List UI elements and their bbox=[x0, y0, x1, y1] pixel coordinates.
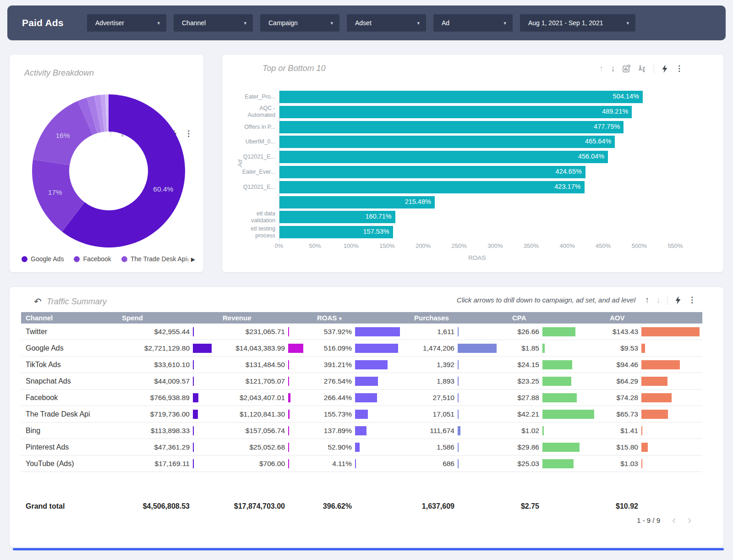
col-header-channel[interactable]: Channel bbox=[21, 314, 108, 322]
table-row[interactable]: Bing$113,898.33$157,056.74137.89%111,674… bbox=[21, 423, 702, 439]
revenue-bar-track bbox=[287, 360, 317, 369]
roas-bar-track bbox=[354, 459, 400, 468]
cell-roas: 4.11% bbox=[317, 460, 354, 468]
table-row[interactable]: Twitter$42,955.44$231,065.71537.92%1,611… bbox=[21, 324, 702, 340]
aov-bar bbox=[641, 360, 680, 369]
cpa-bar-track bbox=[541, 344, 594, 353]
cell-purchases: 686 bbox=[400, 460, 456, 468]
legend-dot-icon bbox=[74, 256, 80, 262]
cell-revenue: $2,043,407.01 bbox=[223, 394, 287, 402]
grand-total-aov: $10.92 bbox=[594, 502, 640, 511]
legend-next-icon[interactable]: ▶ bbox=[191, 256, 195, 263]
roas-bar[interactable]: 477.75% bbox=[279, 121, 624, 133]
bar-category-label: Eater_Pro... bbox=[224, 93, 275, 100]
cpa-bar-track bbox=[541, 459, 594, 468]
legend-item[interactable]: Facebook bbox=[74, 255, 111, 263]
chevron-down-icon: ▾ bbox=[417, 20, 420, 26]
date-range-picker[interactable]: Aug 1, 2021 - Sep 1, 2021▾ bbox=[520, 14, 635, 32]
arrow-down-icon[interactable]: ↓ bbox=[656, 296, 661, 305]
table-row[interactable]: Google Ads$2,721,129.80$14,043,383.99516… bbox=[21, 340, 702, 357]
horizontal-scrollbar[interactable] bbox=[13, 548, 724, 550]
cell-revenue: $157,056.74 bbox=[223, 427, 287, 435]
legend-item[interactable]: Google Ads bbox=[22, 255, 64, 263]
table-row[interactable]: Snapchat Ads$44,009.57$121,705.07276.54%… bbox=[21, 373, 702, 390]
grand-total-cpa: $2.75 bbox=[498, 502, 541, 511]
table-row[interactable]: YouTube (Ads)$17,169.11$706.004.11%686$2… bbox=[21, 456, 702, 472]
roas-bar[interactable]: 157.53% bbox=[279, 226, 393, 238]
kebab-menu-icon[interactable]: ⋮ bbox=[688, 295, 696, 305]
col-header-revenue[interactable]: Revenue bbox=[223, 314, 317, 322]
filter-adset[interactable]: Adset▾ bbox=[347, 14, 426, 32]
lightning-icon[interactable] bbox=[675, 296, 681, 304]
page-prev-icon[interactable]: ‹ bbox=[672, 515, 676, 525]
col-header-aov[interactable]: AOV bbox=[594, 314, 702, 322]
purchases-bar bbox=[458, 410, 459, 419]
x-axis-tick: 0% bbox=[265, 242, 293, 249]
col-header-cpa[interactable]: CPA bbox=[498, 314, 594, 322]
table-row[interactable]: TikTok Ads$33,610.10$131,484.50391.21%1,… bbox=[21, 357, 702, 373]
aov-bar bbox=[641, 426, 642, 435]
cell-spend: $44,009.57 bbox=[108, 377, 191, 385]
arrow-up-icon[interactable]: ↑ bbox=[645, 296, 650, 305]
top-or-bottom-10-card: Top or Bottom 10 ↑ ↓ AZ ⋮ Ad Eater_Pro..… bbox=[222, 54, 724, 273]
cell-spend: $47,361.29 bbox=[108, 443, 191, 451]
bar-category-label: AQC -Automated bbox=[224, 105, 275, 119]
page-next-icon[interactable]: › bbox=[688, 515, 691, 525]
spend-bar-track bbox=[191, 443, 223, 452]
spend-bar bbox=[193, 426, 194, 435]
purchases-bar-track bbox=[456, 360, 498, 369]
bar-value-label: 477.75% bbox=[594, 123, 620, 130]
cell-aov: $1.03 bbox=[594, 460, 640, 468]
legend-label: Facebook bbox=[83, 255, 111, 263]
aov-bar bbox=[641, 327, 700, 336]
roas-bar[interactable]: 215.48% bbox=[279, 196, 435, 209]
bar-category-label: etl testingprocess bbox=[224, 225, 275, 239]
donut-slice-label: 17% bbox=[48, 188, 62, 196]
traffic-table: Channel Spend Revenue ROAS▾ Purchases CP… bbox=[21, 312, 702, 472]
cell-aov: $94.46 bbox=[594, 361, 640, 369]
purchases-bar bbox=[458, 360, 459, 369]
table-row[interactable]: The Trade Desk Api$719,736.00$1,120,841.… bbox=[21, 406, 702, 423]
table-row[interactable]: Pinterest Ads$47,361.29$25,052.6852.90%1… bbox=[21, 439, 702, 456]
revenue-bar-track bbox=[287, 393, 317, 402]
spend-bar bbox=[193, 377, 194, 386]
bar-category-label: UberIM_0... bbox=[224, 138, 275, 145]
bar-value-label: 504.14% bbox=[613, 93, 639, 100]
grand-total-revenue: $17,874,703.00 bbox=[223, 502, 287, 511]
filter-advertiser[interactable]: Advertiser▾ bbox=[87, 14, 166, 32]
legend-item[interactable]: The Trade Desk Api bbox=[121, 255, 187, 263]
cell-roas: 516.09% bbox=[317, 344, 354, 352]
roas-bar[interactable]: 456.04% bbox=[279, 151, 608, 163]
roas-bar[interactable]: 465.64% bbox=[279, 136, 615, 148]
filter-campaign[interactable]: Campaign▾ bbox=[260, 14, 339, 32]
roas-bar[interactable]: 424.65% bbox=[279, 166, 585, 178]
cpa-bar-track bbox=[541, 360, 594, 369]
bar-value-label: 160.71% bbox=[366, 213, 392, 220]
filter-channel[interactable]: Channel▾ bbox=[174, 14, 253, 32]
pagination-label: 1 - 9 / 9 bbox=[637, 516, 660, 524]
roas-bar[interactable]: 489.21% bbox=[279, 106, 632, 118]
cpa-bar bbox=[542, 426, 544, 435]
cpa-bar bbox=[542, 393, 577, 402]
col-header-spend[interactable]: Spend bbox=[108, 314, 223, 322]
roas-bar bbox=[355, 426, 366, 435]
grand-total-roas: 396.62% bbox=[317, 502, 354, 511]
legend-prev-icon[interactable]: ◀ bbox=[185, 257, 188, 263]
activity-breakdown-card: Activity Breakdown ↑ ↓ AZ ⋮ 60.4%17%16% … bbox=[9, 54, 204, 273]
x-axis-tick: 200% bbox=[410, 242, 437, 249]
revenue-bar-track bbox=[287, 459, 317, 468]
filter-ad[interactable]: Ad▾ bbox=[433, 14, 513, 32]
col-header-purchases[interactable]: Purchases bbox=[400, 314, 498, 322]
roas-bar[interactable]: 423.17% bbox=[279, 181, 585, 193]
cell-cpa: $42.21 bbox=[498, 410, 541, 418]
x-axis-tick: 400% bbox=[553, 242, 581, 249]
roas-bar[interactable]: 160.71% bbox=[279, 211, 395, 223]
roas-bar bbox=[355, 443, 360, 452]
roas-bar[interactable]: 504.14% bbox=[279, 91, 643, 103]
chevron-down-icon: ▾ bbox=[503, 20, 506, 26]
grand-total-purchases: 1,637,609 bbox=[400, 502, 456, 511]
cell-spend: $2,721,129.80 bbox=[108, 344, 191, 352]
table-row[interactable]: Facebook$766,938.89$2,043,407.01266.44%2… bbox=[21, 390, 702, 406]
undo-drill-icon[interactable]: ↶ bbox=[34, 296, 42, 307]
col-header-roas[interactable]: ROAS▾ bbox=[317, 314, 400, 322]
